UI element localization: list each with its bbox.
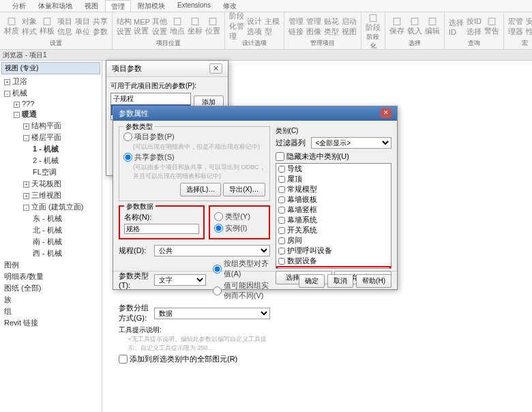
ribbon-button[interactable]: 启动视图 bbox=[342, 17, 357, 36]
radio-instance[interactable]: 实例(I) bbox=[214, 222, 264, 234]
expand-icon[interactable]: - bbox=[14, 112, 20, 118]
ribbon-button[interactable]: 贴花类型 bbox=[324, 17, 339, 36]
tree-node[interactable]: 2 - 机械 bbox=[30, 155, 100, 166]
tree-node[interactable]: -暖通 bbox=[11, 108, 100, 120]
ribbon-tab[interactable]: 视图 bbox=[79, 0, 104, 12]
name-input[interactable] bbox=[124, 224, 199, 234]
category-checkbox[interactable] bbox=[278, 217, 285, 224]
ribbon-button[interactable]: 坐标 bbox=[188, 17, 203, 36]
tree-node[interactable]: 西 - 机械 bbox=[30, 248, 100, 259]
category-item[interactable]: 数据设备 bbox=[276, 256, 391, 266]
category-checkbox[interactable] bbox=[278, 227, 285, 234]
radio-vary[interactable]: 值可能因组实例而不同(V) bbox=[213, 280, 270, 301]
category-item[interactable]: 房间 bbox=[276, 235, 391, 246]
ribbon-button[interactable]: 宏管理器 bbox=[508, 17, 523, 36]
ribbon-button[interactable]: 材质 bbox=[4, 17, 19, 36]
category-item[interactable]: 幕墙嵌板 bbox=[276, 194, 391, 205]
category-checkbox[interactable] bbox=[278, 258, 285, 265]
ok-button[interactable]: 确定 bbox=[299, 274, 325, 288]
tree-node[interactable]: +三维视图 bbox=[20, 190, 100, 201]
tree-root[interactable]: 视图 (专业) bbox=[1, 62, 100, 74]
expand-icon[interactable]: + bbox=[23, 181, 29, 188]
tree-node[interactable]: +??? bbox=[11, 99, 100, 108]
category-item[interactable]: 常规模型 bbox=[276, 184, 391, 194]
ribbon-tab[interactable]: 附加模块 bbox=[132, 0, 171, 12]
param-item[interactable]: 子规程 bbox=[111, 93, 190, 104]
expand-icon[interactable]: - bbox=[23, 135, 29, 141]
close-icon[interactable]: ✕ bbox=[381, 108, 391, 118]
category-checkbox[interactable] bbox=[278, 248, 285, 254]
ribbon-button[interactable]: MEP设置 bbox=[134, 17, 149, 36]
category-item[interactable]: 导线 bbox=[276, 164, 391, 174]
tree-node[interactable]: 明细表/数量 bbox=[1, 271, 100, 282]
category-checkbox[interactable] bbox=[278, 186, 285, 193]
ribbon-button[interactable]: 项目单位 bbox=[75, 17, 90, 36]
tree-node[interactable]: 图例 bbox=[1, 259, 100, 271]
tree-node[interactable]: 图纸 (全部) bbox=[1, 282, 100, 294]
expand-icon[interactable]: + bbox=[14, 102, 20, 108]
discipline-select[interactable]: 公共 bbox=[154, 245, 270, 256]
expand-icon[interactable]: - bbox=[23, 205, 29, 211]
expand-icon[interactable]: + bbox=[23, 123, 29, 130]
tree-node[interactable]: +结构平面 bbox=[20, 120, 100, 132]
ribbon-button[interactable]: 设计选项 bbox=[247, 17, 262, 36]
category-item[interactable]: 幕墙竖框 bbox=[276, 205, 391, 215]
category-item[interactable]: 机械设备 bbox=[276, 266, 391, 269]
add-all-checkbox[interactable]: 添加到所选类别中的全部图元(R) bbox=[119, 353, 270, 366]
ribbon-tab[interactable]: Extensions bbox=[172, 0, 216, 12]
ribbon-button[interactable]: 样板 bbox=[40, 17, 55, 36]
tree-node[interactable]: FL空调 bbox=[30, 166, 100, 178]
group-select[interactable]: 数据 bbox=[154, 308, 270, 319]
filter-select[interactable]: <全部显示> bbox=[311, 137, 391, 149]
ribbon-tab[interactable]: 修改 bbox=[218, 0, 242, 12]
ribbon-button[interactable]: 编辑 bbox=[425, 17, 440, 36]
ribbon-button[interactable]: 安全性 bbox=[526, 17, 532, 36]
category-checkbox[interactable] bbox=[278, 237, 285, 244]
ribbon-button[interactable]: 保存 bbox=[389, 17, 404, 36]
ribbon-button[interactable]: 载入 bbox=[407, 17, 422, 36]
ribbon-tab[interactable]: 分析 bbox=[7, 0, 31, 12]
tree-node[interactable]: -机械 bbox=[1, 87, 100, 99]
ribbon-button[interactable]: 主模型 bbox=[265, 17, 280, 36]
ribbon-button[interactable]: 选择ID bbox=[449, 17, 464, 36]
tree-node[interactable]: 组 bbox=[1, 306, 100, 317]
close-icon[interactable]: ✕ bbox=[209, 63, 222, 74]
ribbon-button[interactable]: 共享参数 bbox=[93, 17, 108, 36]
category-checkbox[interactable] bbox=[278, 196, 285, 203]
tree-node[interactable]: 北 - 机械 bbox=[30, 224, 100, 236]
radio-align[interactable]: 按组类型对齐值(A) bbox=[213, 258, 270, 280]
ribbon-button[interactable]: 警告 bbox=[484, 17, 499, 36]
tree-node[interactable]: +天花板图 bbox=[20, 178, 100, 190]
help-button[interactable]: 帮助(H) bbox=[356, 274, 391, 288]
tree-node[interactable]: -立面 (建筑立面) bbox=[20, 201, 100, 213]
ribbon-button[interactable]: 管理链接 bbox=[289, 17, 304, 36]
tree-node[interactable]: 南 - 机械 bbox=[30, 236, 100, 248]
tree-node[interactable]: 1 - 机械 bbox=[30, 143, 100, 155]
select-button[interactable]: 选择(L)… bbox=[180, 183, 221, 196]
tree-node[interactable]: 族 bbox=[1, 294, 100, 306]
ribbon-tab[interactable]: 管理 bbox=[105, 0, 131, 12]
tree-node[interactable]: -楼层平面 bbox=[20, 132, 100, 143]
expand-icon[interactable]: + bbox=[4, 79, 10, 85]
hide-unchecked-checkbox[interactable]: 隐藏未选中类别(U) bbox=[276, 150, 391, 163]
ribbon-button[interactable]: 地点 bbox=[170, 17, 185, 36]
tree-node[interactable]: Revit 链接 bbox=[1, 317, 100, 329]
ribbon-button[interactable]: 结构设置 bbox=[117, 17, 132, 36]
radio-project-param[interactable]: 项目参数(P) bbox=[123, 131, 265, 143]
radio-type[interactable]: 类型(Y) bbox=[214, 211, 264, 222]
ribbon-button[interactable]: 阶段化管理 bbox=[229, 17, 244, 36]
category-item[interactable]: 护理呼叫设备 bbox=[276, 246, 391, 256]
cancel-button[interactable]: 取消 bbox=[327, 274, 353, 288]
category-item[interactable]: 开关系统 bbox=[276, 225, 391, 235]
category-checkbox[interactable] bbox=[278, 207, 285, 214]
category-checkbox[interactable] bbox=[278, 176, 285, 183]
category-item[interactable]: 幕墙系统 bbox=[276, 215, 391, 225]
ribbon-button[interactable]: 阶段 bbox=[366, 14, 381, 33]
ribbon-button[interactable]: 位置 bbox=[205, 17, 220, 36]
ribbon-button[interactable]: 项目信息 bbox=[57, 17, 72, 36]
tree-node[interactable]: 东 - 机械 bbox=[30, 213, 100, 224]
category-list[interactable]: 导线屋顶常规模型幕墙嵌板幕墙竖框幕墙系统开关系统房间护理呼叫设备数据设备机械设备… bbox=[276, 163, 391, 269]
tree-node[interactable]: +卫浴 bbox=[1, 76, 100, 87]
paramtype-select[interactable]: 文字 bbox=[154, 274, 206, 286]
ribbon-button[interactable]: 按ID选择 bbox=[467, 17, 482, 36]
